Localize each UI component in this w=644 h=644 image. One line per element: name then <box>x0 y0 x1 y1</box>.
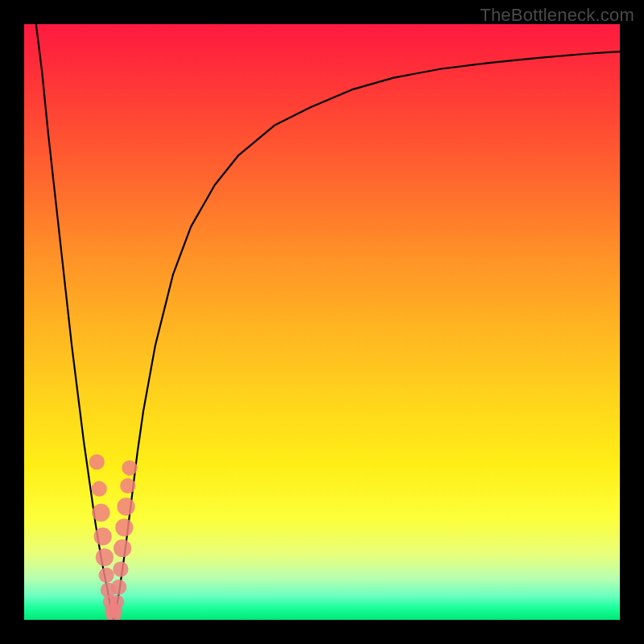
marker-dot <box>113 561 128 576</box>
plot-area <box>24 24 620 620</box>
watermark-text: TheBottleneck.com <box>480 5 634 26</box>
chart-svg <box>24 24 620 620</box>
marker-dot <box>110 595 125 609</box>
marker-dot <box>120 478 135 493</box>
marker-dot <box>117 497 134 515</box>
marker-dot <box>111 580 126 595</box>
marker-cluster <box>89 454 138 620</box>
marker-dot <box>114 539 131 557</box>
marker-dot <box>122 460 137 476</box>
marker-dot <box>94 527 112 545</box>
marker-dot <box>99 568 114 583</box>
marker-dot <box>96 548 114 566</box>
chart-frame: TheBottleneck.com <box>0 0 644 644</box>
marker-dot <box>89 454 105 469</box>
marker-dot <box>92 504 109 522</box>
marker-dot <box>115 518 133 536</box>
marker-dot <box>92 481 107 497</box>
